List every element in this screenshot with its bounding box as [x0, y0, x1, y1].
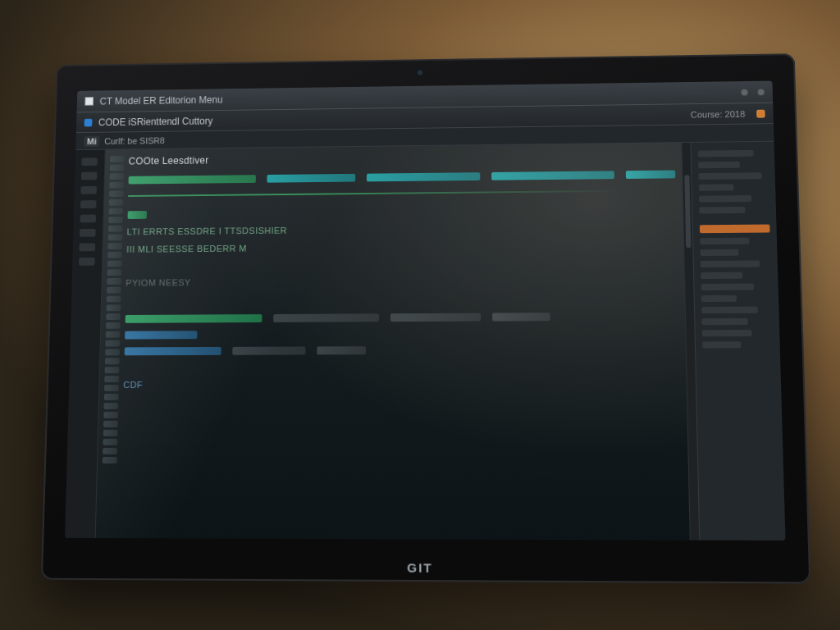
code-line: [124, 345, 678, 356]
sidebar-item[interactable]: [82, 158, 98, 166]
sidebar-item[interactable]: [81, 186, 98, 194]
sidebar-item[interactable]: [80, 215, 97, 223]
code-label: PYIOM NEESY: [126, 274, 677, 287]
editor-heading: COOte Leesdtiver: [129, 149, 675, 167]
sidebar-item[interactable]: [79, 258, 95, 266]
screen: CT Model ER Editorion Menu CODE iSRientt…: [65, 81, 785, 541]
sidebar-item[interactable]: [81, 172, 97, 180]
left-sidebar[interactable]: [65, 150, 105, 538]
status-text: Course: 2018: [691, 109, 746, 120]
code-line: [125, 312, 678, 323]
scrollbar-thumb[interactable]: [684, 175, 692, 248]
file-type-icon: [84, 118, 93, 126]
webcam-icon: [416, 69, 424, 77]
window-title: CT Model ER Editorion Menu: [99, 94, 222, 106]
warning-badge-icon[interactable]: [756, 109, 765, 117]
right-outline-pane[interactable]: [691, 142, 786, 541]
laptop-frame: CT Model ER Editorion Menu CODE iSRientt…: [41, 53, 811, 583]
subbar-text: Curlf: be SISR8: [104, 135, 165, 145]
code-column[interactable]: COOte Leesdtiver: [118, 143, 689, 540]
tab-label[interactable]: CODE iSRienttendl Cuttory: [98, 115, 213, 127]
code-label: LTI ERRTS ESSDRE I TTSDSISHIER: [127, 222, 677, 237]
titlebar-indicator-icon: [741, 89, 747, 95]
sidebar-item[interactable]: [80, 243, 96, 251]
sidebar-item[interactable]: [80, 229, 96, 237]
code-line: [128, 170, 675, 184]
code-label: CDF: [123, 378, 679, 390]
subbar-badge: Mi: [84, 135, 100, 147]
code-line: [125, 328, 678, 339]
code-line: [127, 206, 676, 219]
code-label: III MLI SEESSE BEDERR M: [126, 240, 677, 253]
laptop-brand: GIT: [407, 560, 433, 575]
marker-icon[interactable]: [700, 225, 769, 234]
code-editor[interactable]: COOte Leesdtiver: [95, 143, 689, 540]
sidebar-item[interactable]: [80, 200, 97, 208]
titlebar-indicator-icon: [758, 89, 765, 95]
main-area: COOte Leesdtiver: [65, 142, 785, 541]
window-control-icon[interactable]: [84, 97, 94, 106]
horizontal-rule: [128, 189, 675, 197]
screen-bezel: CT Model ER Editorion Menu CODE iSRientt…: [41, 53, 811, 583]
